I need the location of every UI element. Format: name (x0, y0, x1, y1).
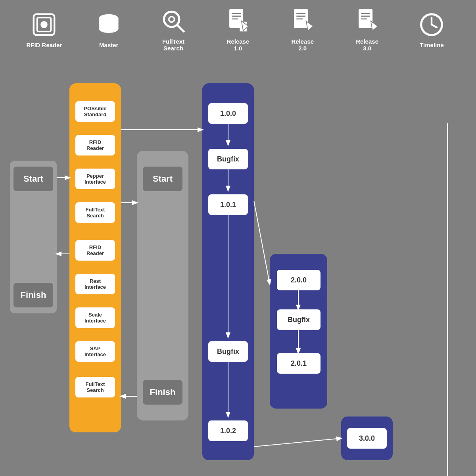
nav-timeline[interactable]: Timeline (408, 11, 455, 48)
nav-fulltext-search[interactable]: FullText Search (150, 7, 197, 52)
item-fulltext-search-1[interactable]: FullTextSearch (75, 202, 115, 223)
item-rest-interface[interactable]: RestInterface (75, 274, 115, 294)
bugfix-r2[interactable]: Bugfix (277, 309, 321, 330)
item-pepper-interface[interactable]: PepperInterface (75, 169, 115, 189)
version-100[interactable]: 1.0.0 (208, 103, 248, 124)
diagram-area: Start Finish POSsibleStandard RFIDReader… (0, 60, 476, 468)
nav-release3[interactable]: Release 3.0 (344, 7, 391, 52)
nav-master[interactable]: Master (85, 11, 132, 48)
svg-marker-23 (306, 21, 313, 31)
item-scale-interface[interactable]: ScaleInterface (75, 307, 115, 328)
version-102[interactable]: 1.0.2 (208, 420, 248, 441)
svg-point-2 (41, 21, 48, 28)
nav-release2-label: Release 2.0 (291, 38, 314, 52)
svg-line-41 (254, 201, 270, 284)
svg-point-12 (169, 17, 175, 22)
nav-release1[interactable]: Release 1.0 (214, 7, 262, 52)
svg-line-31 (432, 25, 437, 27)
release3-column: 3.0.0 (341, 416, 393, 460)
nav-release3-label: Release 3.0 (356, 38, 378, 52)
version-101[interactable]: 1.0.1 (208, 194, 248, 215)
version-201[interactable]: 2.0.1 (277, 353, 321, 374)
svg-line-44 (254, 438, 341, 447)
sprint2-finish: Finish (143, 380, 182, 405)
nav-release2[interactable]: Release 2.0 (279, 7, 326, 52)
item-sap-interface[interactable]: SAPInterface (75, 341, 115, 362)
nav-release1-label: Release 1.0 (227, 38, 250, 52)
release1-column: 1.0.0 Bugfix 1.0.1 Bugfix 1.0.2 (202, 83, 254, 460)
sprint2-start: Start (143, 167, 182, 191)
version-300[interactable]: 3.0.0 (347, 428, 387, 449)
bugfix-1[interactable]: Bugfix (208, 149, 248, 169)
outer-finish-box: Finish (13, 283, 53, 307)
timeline-line (447, 123, 448, 476)
top-navigation: RFID Reader Master FullText Search (0, 0, 476, 56)
bugfix-2[interactable]: Bugfix (208, 341, 248, 362)
svg-marker-28 (370, 21, 378, 31)
outer-start-box: Start (13, 167, 53, 191)
item-rfid-reader-2[interactable]: RFIDReader (75, 240, 115, 261)
svg-point-9 (99, 25, 119, 33)
item-fulltext-search-2[interactable]: FullTextSearch (75, 377, 115, 397)
item-possible-standard[interactable]: POSsibleStandard (75, 101, 115, 122)
nav-rfid-reader[interactable]: RFID Reader (20, 11, 68, 48)
sprint2-column: Start Finish (137, 151, 188, 420)
version-200[interactable]: 2.0.0 (277, 270, 321, 290)
outer-sprint1-container: Start Finish (10, 161, 57, 313)
svg-line-11 (178, 25, 184, 32)
nav-fulltext-label: FullText Search (162, 38, 184, 52)
sprint1-column: POSsibleStandard RFIDReader PepperInterf… (69, 83, 121, 432)
release2-column: 2.0.0 Bugfix 2.0.1 (270, 254, 327, 409)
item-rfid-reader-1[interactable]: RFIDReader (75, 135, 115, 155)
